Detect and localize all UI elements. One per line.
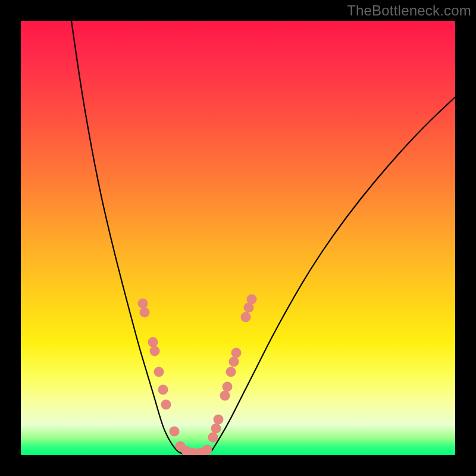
data-bead bbox=[208, 433, 218, 443]
plot-area bbox=[21, 21, 455, 455]
data-bead bbox=[223, 382, 233, 392]
watermark-text: TheBottleneck.com bbox=[347, 2, 471, 19]
data-bead bbox=[226, 367, 236, 377]
data-bead bbox=[148, 337, 158, 347]
data-bead bbox=[138, 299, 148, 309]
data-bead bbox=[247, 295, 257, 305]
data-bead bbox=[170, 427, 180, 437]
chart-svg bbox=[21, 21, 455, 455]
data-bead bbox=[241, 312, 251, 322]
data-bead bbox=[161, 400, 171, 410]
data-bead bbox=[231, 348, 242, 358]
data-bead bbox=[202, 445, 212, 455]
data-bead bbox=[158, 385, 168, 395]
data-bead bbox=[150, 346, 160, 356]
data-bead bbox=[214, 415, 224, 425]
bead-group bbox=[138, 295, 257, 456]
data-bead bbox=[154, 367, 164, 377]
curve-right-branch bbox=[211, 97, 455, 452]
chart-frame: TheBottleneck.com bbox=[0, 0, 476, 476]
data-bead bbox=[220, 391, 230, 401]
data-bead bbox=[140, 308, 150, 318]
data-bead bbox=[229, 357, 239, 367]
data-bead bbox=[211, 424, 221, 434]
